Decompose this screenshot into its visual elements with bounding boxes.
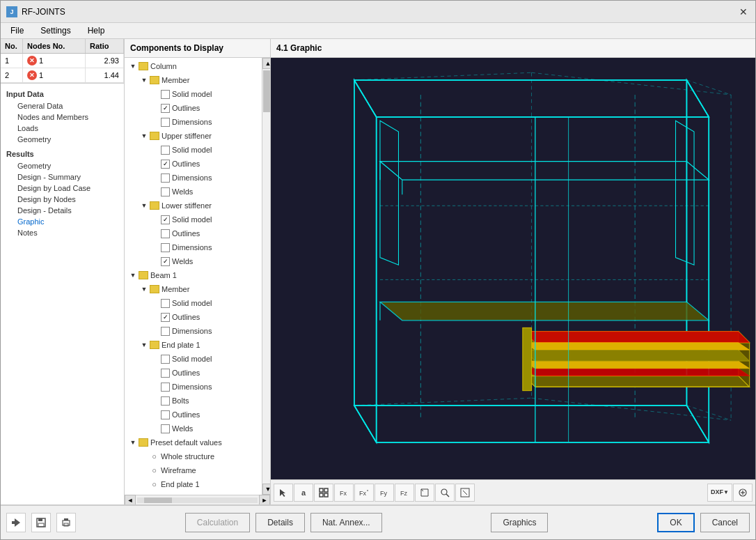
scroll-up-button[interactable]: ▲ (262, 58, 270, 69)
tree-checkbox[interactable]: ✓ (161, 313, 170, 322)
tree-checkbox[interactable] (161, 383, 170, 392)
graphics-button[interactable]: Graphics (491, 513, 548, 532)
tree-expander[interactable]: ▼ (139, 75, 150, 86)
tree-expander[interactable]: ▼ (139, 284, 150, 295)
tree-checkbox[interactable] (161, 187, 170, 196)
tree-item[interactable]: ✓Outlines (125, 101, 262, 115)
cancel-button[interactable]: Cancel (700, 513, 750, 532)
scroll-thumb[interactable] (263, 70, 270, 112)
tree-item[interactable]: Dimensions (125, 240, 262, 254)
details-button[interactable]: Details (255, 513, 305, 532)
tree-item[interactable]: ▼Beam 1 (125, 268, 262, 282)
nav-graphic[interactable]: Graphic (1, 216, 124, 227)
tree-item[interactable]: ✓Outlines (125, 310, 262, 324)
toolbar-dxf-btn[interactable]: DXF ▼ (707, 484, 732, 502)
tree-item[interactable]: Outlines (125, 408, 262, 422)
table-row[interactable]: 2 ✕ 1 1.44 (1, 68, 124, 83)
tree-checkbox[interactable] (161, 173, 170, 183)
nav-design-nodes[interactable]: Design by Nodes (1, 194, 124, 205)
calculation-button[interactable]: Calculation (185, 513, 250, 532)
tree-item[interactable]: ✓Outlines (125, 157, 262, 171)
tree-item[interactable]: ▼Lower stiffener (125, 199, 262, 213)
table-row[interactable]: 1 ✕ 1 2.93 (1, 54, 124, 68)
tree-item[interactable]: Solid model (125, 352, 262, 366)
tree-radio[interactable]: ○ (150, 466, 159, 475)
toolbar-xneg-btn[interactable]: Fx (354, 484, 374, 502)
tree-item[interactable]: Welds (125, 185, 262, 199)
toolbar-yplus-btn[interactable]: Fy (375, 484, 394, 502)
nav-notes[interactable]: Notes (1, 227, 124, 238)
toolbar-extra-btn[interactable] (733, 484, 753, 502)
tree-expander[interactable]: ▼ (127, 437, 139, 448)
nat-annex-button[interactable]: Nat. Annex... (310, 513, 382, 532)
tree-item[interactable]: ▼Column (125, 59, 262, 73)
nav-loads[interactable]: Loads (1, 123, 124, 134)
tree-item[interactable]: ○Wireframe (125, 463, 262, 477)
tree-checkbox[interactable]: ✓ (161, 160, 170, 169)
tree-item[interactable]: ▼Member (125, 73, 262, 87)
tree-checkbox[interactable] (161, 90, 170, 99)
tree-item[interactable]: Dimensions (125, 115, 262, 129)
menu-settings[interactable]: Settings (36, 24, 74, 37)
tree-radio[interactable]: ○ (150, 480, 159, 489)
tree-item[interactable]: Outlines (125, 366, 262, 380)
tree-item[interactable]: ▼End plate 1 (125, 338, 262, 352)
nav-general-data[interactable]: General Data (1, 100, 124, 111)
tree-item[interactable]: ○End plate 1 (125, 477, 262, 491)
nav-geometry-input[interactable]: Geometry (1, 134, 124, 145)
toolbar-zoom-btn[interactable] (435, 484, 455, 502)
tree-item[interactable]: Solid model (125, 296, 262, 310)
tree-checkbox[interactable]: ✓ (161, 257, 170, 266)
tree-item[interactable]: Dimensions (125, 171, 262, 185)
tree-checkbox[interactable] (161, 410, 170, 419)
toolbar-xplus-btn[interactable]: Fx (334, 484, 354, 502)
tree-checkbox[interactable] (161, 369, 170, 378)
menu-help[interactable]: Help (84, 24, 109, 37)
tree-item[interactable]: ▼Member (125, 282, 262, 296)
tree-item[interactable]: Solid model (125, 87, 262, 101)
tree-checkbox[interactable]: ✓ (161, 104, 170, 113)
h-scroll-thumb[interactable] (144, 497, 172, 503)
tree-radio[interactable]: ○ (150, 452, 159, 461)
tree-checkbox[interactable] (161, 243, 170, 252)
tree-item[interactable]: Dimensions (125, 324, 262, 338)
tree-item[interactable]: Solid model (125, 143, 262, 157)
tree-checkbox[interactable] (161, 146, 170, 155)
nav-design-summary[interactable]: Design - Summary (1, 171, 124, 183)
tree-item[interactable]: Outlines (125, 226, 262, 240)
toolbar-fit-btn[interactable] (455, 484, 475, 502)
tree-checkbox[interactable] (161, 299, 170, 308)
tree-expander[interactable]: ▼ (127, 270, 139, 281)
scroll-down-button[interactable]: ▼ (262, 484, 270, 495)
tree-checkbox[interactable] (161, 118, 170, 127)
nav-design-details[interactable]: Design - Details (1, 205, 124, 216)
tree-item[interactable]: Bolts (125, 394, 262, 408)
tree-item[interactable]: Dimensions (125, 380, 262, 394)
close-button[interactable]: ✕ (737, 6, 750, 18)
toolbar-rotate-btn[interactable] (415, 484, 434, 502)
nav-nodes-members[interactable]: Nodes and Members (1, 111, 124, 123)
tree-item[interactable]: ✓Welds (125, 254, 262, 268)
tree-checkbox[interactable] (161, 355, 170, 364)
tree-item[interactable]: ○Whole structure (125, 449, 262, 463)
save-button[interactable] (31, 513, 51, 532)
graphic-view[interactable] (271, 58, 755, 479)
tree-expander[interactable]: ▼ (139, 130, 150, 141)
tree-checkbox[interactable]: ✓ (161, 215, 170, 224)
tree-checkbox[interactable] (161, 424, 170, 433)
menu-file[interactable]: File (6, 24, 28, 37)
tree-checkbox[interactable] (161, 229, 170, 238)
ok-button[interactable]: OK (657, 513, 694, 532)
back-button[interactable] (6, 513, 26, 532)
tree-checkbox[interactable] (161, 396, 170, 406)
scroll-right-button[interactable]: ► (259, 495, 270, 505)
toolbar-grid-btn[interactable] (314, 484, 333, 502)
tree-item[interactable]: ✓Solid model (125, 213, 262, 226)
tree-expander[interactable]: ▼ (127, 61, 139, 72)
print-button[interactable] (56, 513, 76, 532)
toolbar-select-btn[interactable] (274, 484, 293, 502)
tree-checkbox[interactable] (161, 327, 170, 336)
tree-expander[interactable]: ▼ (139, 339, 150, 350)
tree-item[interactable]: ▼Preset default values (125, 435, 262, 449)
toolbar-label-btn[interactable]: a (294, 484, 313, 502)
